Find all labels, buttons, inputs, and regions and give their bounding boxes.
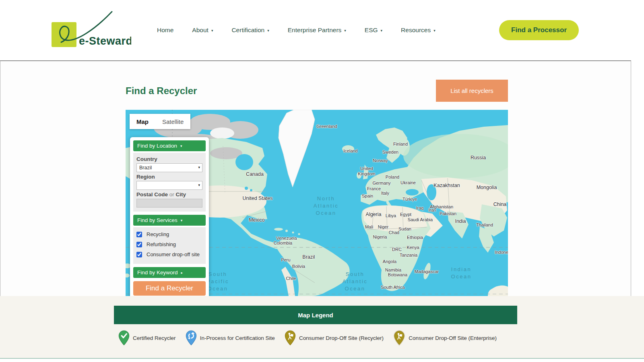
nav-resources[interactable]: Resources▾ xyxy=(401,27,436,34)
map-label-indonesia: Indonesia xyxy=(495,250,508,255)
chevron-down-icon: ▾ xyxy=(381,29,383,33)
nav-esg[interactable]: ESG▾ xyxy=(365,27,382,34)
nav-about[interactable]: About▾ xyxy=(192,27,213,34)
satellite-view-button[interactable]: Satellite xyxy=(155,114,190,129)
chevron-down-icon: ▾ xyxy=(344,29,346,33)
refurbishing-checkbox[interactable] xyxy=(136,242,142,247)
map-label-peru: Peru xyxy=(281,257,290,263)
map-label-iceland: Iceland xyxy=(343,148,357,154)
map-label-mongolia: Mongolia xyxy=(477,185,497,190)
map-label-saudi-arabia: Saudi Arabia xyxy=(408,217,433,222)
map-label-iraq: Iraq xyxy=(416,206,424,211)
footer-divider xyxy=(0,358,644,359)
map-label-kazakhstan: Kazakhstan xyxy=(433,183,460,188)
postal-city-label: Postal Code or City xyxy=(136,191,202,197)
chevron-down-icon: ▾ xyxy=(181,218,183,222)
map-label-south-africa: South Africa xyxy=(381,285,405,290)
list-all-recyclers-button[interactable]: List all recyclers xyxy=(436,80,508,102)
brand-name: e-Stewards xyxy=(79,35,131,47)
country-label: Country xyxy=(136,156,202,162)
map-label-drc: DRC xyxy=(392,247,402,252)
find-by-services-toggle[interactable]: Find by Services ▾ xyxy=(133,215,206,226)
nav-certification[interactable]: Certification▾ xyxy=(231,27,269,34)
map-view-button[interactable]: Map xyxy=(130,114,155,129)
map-label-united-states: United States xyxy=(242,196,272,201)
map-label-mexico: Mexico xyxy=(249,218,265,223)
green-check-pin-icon xyxy=(118,330,130,346)
find-by-location-toggle[interactable]: Find by Location ▾ xyxy=(133,140,206,151)
map-label-germany: Germany xyxy=(372,181,390,186)
map-label-finland: Finland xyxy=(393,142,408,147)
legend-items-row: Certified Recycler In-Process for Certif… xyxy=(118,330,497,346)
consumer-dropoff-checkbox[interactable] xyxy=(136,252,142,257)
location-fields: Country Brazil ▾ Region ▾ Postal Code or… xyxy=(133,153,206,212)
map-label-north-atlantic-ocean: North Atlantic Ocean xyxy=(314,195,339,217)
map-label-afghanistan: Afghanistan xyxy=(430,204,453,210)
find-a-recycler-submit-button[interactable]: Find a Recycler xyxy=(133,281,206,296)
region-select[interactable]: ▾ xyxy=(136,181,202,190)
map-label-kenya: Kenya xyxy=(407,245,419,250)
map-label-t-rkiye: Türkiye xyxy=(402,197,417,202)
map-label-brazil: Brazil xyxy=(302,255,315,260)
map-label-india: India xyxy=(455,219,466,224)
legend-item-certified-recycler: Certified Recycler xyxy=(118,330,176,346)
map-label-madagascar: Madagascar xyxy=(415,269,439,274)
country-select[interactable]: Brazil ▾ xyxy=(136,163,202,172)
services-fields: Recycling Refurbishing Consumer drop-off… xyxy=(133,227,206,264)
chevron-down-icon: ▾ xyxy=(433,29,436,33)
legend-item-dropoff-enterprise: Consumer Drop-Off Site (Enterprise) xyxy=(393,330,497,346)
chevron-down-icon: ▾ xyxy=(211,29,213,33)
world-map[interactable]: GreenlandIcelandFinlandSwedenNorwayRussi… xyxy=(126,110,508,296)
consumer-dropoff-label: Consumer drop-off site xyxy=(147,251,200,257)
content-area: Find a Recycler List all recyclers xyxy=(0,60,631,296)
map-label-sweden: Sweden xyxy=(382,150,398,155)
map-label-pakistan: Pakistan xyxy=(440,211,456,216)
gold-person-pin-icon xyxy=(285,330,296,346)
map-legend-title-bar: Map Legend xyxy=(114,306,517,324)
recycler-search-panel: Find by Location ▾ Country Brazil ▾ Regi… xyxy=(130,137,209,296)
logo-graphic: e-Stewards xyxy=(51,10,131,49)
service-row-refurbishing: Refurbishing xyxy=(136,240,202,249)
find-a-processor-button[interactable]: Find a Processor xyxy=(499,20,579,40)
e-stewards-logo[interactable]: e-Stewards xyxy=(51,10,131,50)
legend-label: Certified Recycler xyxy=(133,335,176,341)
main-nav: Home About▾ Certification▾ Enterprise Pa… xyxy=(157,27,436,34)
map-legend-section: Map Legend Certified Recycler In-Process… xyxy=(0,296,644,358)
map-label-united-kingdom: United Kingdom xyxy=(358,166,375,177)
service-row-dropoff: Consumer drop-off site xyxy=(136,250,202,259)
map-label-poland: Poland xyxy=(386,175,399,180)
postal-city-input[interactable] xyxy=(136,199,202,208)
map-label-ukraine: Ukraine xyxy=(400,180,416,185)
chevron-down-icon: ▾ xyxy=(198,165,200,169)
map-label-thailand: Thailand xyxy=(476,222,493,228)
nav-home[interactable]: Home xyxy=(157,27,173,34)
map-label-greenland: Greenland xyxy=(316,124,337,129)
map-label-italy: Italy xyxy=(381,191,389,196)
map-label-sudan: Sudan xyxy=(398,226,411,232)
site-header: e-Stewards Home About▾ Certification▾ En… xyxy=(0,0,644,60)
service-row-recycling: Recycling xyxy=(136,230,202,239)
refurbishing-label: Refurbishing xyxy=(147,241,176,247)
map-type-control: Map Satellite xyxy=(130,114,190,129)
recycling-label: Recycling xyxy=(147,231,169,237)
map-label-egypt: Egypt xyxy=(400,212,411,217)
chevron-down-icon: ▾ xyxy=(180,144,182,148)
nav-enterprise-partners[interactable]: Enterprise Partners▾ xyxy=(288,27,346,34)
map-label-chad: Chad xyxy=(389,230,399,235)
legend-label: In-Process for Certification Site xyxy=(200,335,275,341)
map-label-south-atlantic-ocean: South Atlantic Ocean xyxy=(343,271,368,292)
find-by-keyword-toggle[interactable]: Find by Keyword ▸ xyxy=(133,267,206,278)
map-label-botswana: Botswana xyxy=(388,272,407,278)
map-label-niger: Niger xyxy=(378,224,388,230)
recycling-checkbox[interactable] xyxy=(136,232,142,237)
legend-label: Consumer Drop-Off Site (Recycler) xyxy=(299,335,384,341)
map-legend-title: Map Legend xyxy=(298,312,333,319)
map-label-spain: Spain xyxy=(362,193,373,199)
chevron-right-icon: ▸ xyxy=(181,271,183,275)
chevron-down-icon: ▾ xyxy=(198,183,200,187)
map-label-china: China xyxy=(493,202,507,207)
map-label-norway: Norway xyxy=(373,158,388,163)
map-label-france: France xyxy=(367,186,381,191)
map-label-colombia: Colombia xyxy=(274,241,292,246)
legend-item-in-process: In-Process for Certification Site xyxy=(186,330,275,346)
